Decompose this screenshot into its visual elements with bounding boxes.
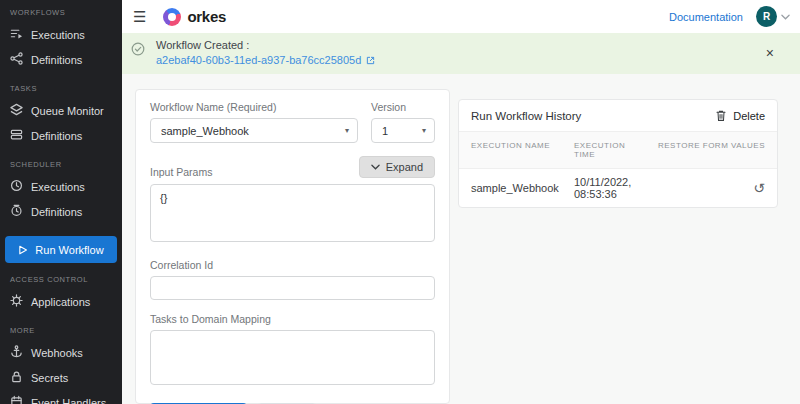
tasks-domain-label: Tasks to Domain Mapping — [150, 313, 435, 325]
delete-button[interactable]: Delete — [715, 109, 765, 122]
sidebar-item-label: Event Handlers — [31, 397, 106, 404]
sidebar: WORKFLOWS Executions Definitions TASKS Q… — [0, 0, 122, 404]
col-execution-name: EXECUTION NAME — [471, 141, 574, 159]
avatar[interactable]: R — [756, 6, 777, 27]
anchor-icon — [10, 345, 23, 360]
sidebar-item-label: Executions — [31, 29, 85, 41]
lock-icon — [10, 370, 23, 385]
section-more: MORE — [10, 326, 112, 335]
sidebar-run-workflow-button[interactable]: Run Workflow — [5, 236, 117, 263]
hamburger-menu-icon[interactable]: ☰ — [133, 9, 146, 24]
share-network-icon — [10, 52, 23, 67]
execution-name-cell: sample_Webhook — [471, 182, 574, 194]
sidebar-item-label: Definitions — [31, 54, 82, 66]
banner-title: Workflow Created : — [156, 39, 375, 51]
sidebar-item-webhooks[interactable]: Webhooks — [0, 340, 122, 365]
documentation-link[interactable]: Documentation — [669, 11, 743, 23]
history-table-header: EXECUTION NAME EXECUTION TIME RESTORE FO… — [459, 131, 777, 169]
sidebar-item-event-handlers[interactable]: Event Handlers — [0, 390, 122, 404]
run-workflow-history-panel: Run Workflow History Delete EXECUTION NA… — [458, 99, 778, 208]
brand-name: orkes — [187, 8, 226, 25]
sidebar-item-scheduler-definitions[interactable]: Definitions — [0, 199, 122, 224]
app-window: WORKFLOWS Executions Definitions TASKS Q… — [0, 0, 800, 404]
section-workflows: WORKFLOWS — [10, 8, 112, 17]
version-select[interactable]: 1 ▾ — [371, 118, 435, 143]
sidebar-item-applications[interactable]: Applications — [0, 289, 122, 314]
input-params-label: Input Params — [150, 166, 212, 178]
expand-label: Expand — [386, 161, 423, 173]
orkes-logo-icon — [163, 8, 181, 26]
version-label: Version — [371, 101, 435, 113]
col-restore-form-values: RESTORE FORM VALUES — [645, 141, 765, 159]
content-area: Workflow Name (Required) sample_Webhook … — [122, 74, 800, 404]
clock-icon — [10, 204, 23, 219]
expand-button[interactable]: Expand — [359, 156, 435, 178]
caret-down-icon: ▾ — [422, 126, 426, 135]
gear-icon — [10, 294, 23, 309]
correlation-id-label: Correlation Id — [150, 259, 435, 271]
sidebar-item-label: Definitions — [31, 130, 82, 142]
sidebar-item-secrets[interactable]: Secrets — [0, 365, 122, 390]
input-params-textarea[interactable]: {} — [150, 184, 435, 242]
sidebar-item-label: Webhooks — [31, 347, 83, 359]
table-row: sample_Webhook 10/11/2022, 08:53:36 ↺ — [459, 169, 777, 207]
run-workflow-form: Workflow Name (Required) sample_Webhook … — [135, 89, 450, 404]
caret-down-icon: ▾ — [345, 126, 349, 135]
section-access-control: ACCESS CONTROL — [10, 275, 112, 284]
restore-icon[interactable]: ↺ — [753, 181, 765, 195]
topbar: ☰ orkes Documentation R — [122, 0, 800, 33]
list-play-icon — [10, 27, 23, 42]
main-area: ☰ orkes Documentation R Workflow Created… — [122, 0, 800, 404]
clock-icon — [10, 179, 23, 194]
trash-icon — [715, 109, 727, 122]
external-link-icon[interactable] — [366, 56, 375, 65]
chevron-down-icon — [371, 164, 380, 170]
check-circle-icon — [131, 42, 145, 66]
section-scheduler: SCHEDULER — [10, 160, 112, 169]
calendar-icon — [10, 395, 23, 404]
version-value: 1 — [382, 125, 422, 137]
tasks-domain-textarea[interactable] — [150, 330, 435, 385]
stack-icon — [10, 128, 23, 143]
run-workflow-label: Run Workflow — [35, 244, 103, 256]
sidebar-item-label: Applications — [31, 296, 90, 308]
chevron-down-icon[interactable] — [781, 14, 790, 20]
orkes-logo: orkes — [163, 8, 226, 26]
correlation-id-input[interactable] — [150, 276, 435, 300]
section-tasks: TASKS — [10, 84, 112, 93]
workflow-name-value: sample_Webhook — [161, 125, 345, 137]
play-icon — [18, 245, 28, 255]
workflow-name-select[interactable]: sample_Webhook ▾ — [150, 118, 358, 143]
sidebar-item-label: Secrets — [31, 372, 68, 384]
sidebar-item-scheduler-executions[interactable]: Executions — [0, 174, 122, 199]
col-execution-time: EXECUTION TIME — [574, 141, 645, 159]
layers-icon — [10, 103, 23, 118]
success-banner: Workflow Created : a2ebaf40-60b3-11ed-a9… — [122, 33, 800, 74]
workflow-name-label: Workflow Name (Required) — [150, 101, 358, 113]
execution-time-cell: 10/11/2022, 08:53:36 — [574, 176, 645, 200]
banner-text: Workflow Created : a2ebaf40-60b3-11ed-a9… — [156, 39, 375, 66]
sidebar-item-label: Queue Monitor — [31, 105, 104, 117]
sidebar-item-queue-monitor[interactable]: Queue Monitor — [0, 98, 122, 123]
close-icon[interactable]: × — [766, 46, 774, 60]
sidebar-item-workflow-executions[interactable]: Executions — [0, 22, 122, 47]
sidebar-item-task-definitions[interactable]: Definitions — [0, 123, 122, 148]
delete-label: Delete — [733, 110, 765, 122]
sidebar-item-label: Executions — [31, 181, 85, 193]
history-title: Run Workflow History — [471, 110, 581, 122]
sidebar-item-label: Definitions — [31, 206, 82, 218]
sidebar-item-workflow-definitions[interactable]: Definitions — [0, 47, 122, 72]
workflow-id-link[interactable]: a2ebaf40-60b3-11ed-a937-ba76cc25805d — [156, 54, 361, 66]
